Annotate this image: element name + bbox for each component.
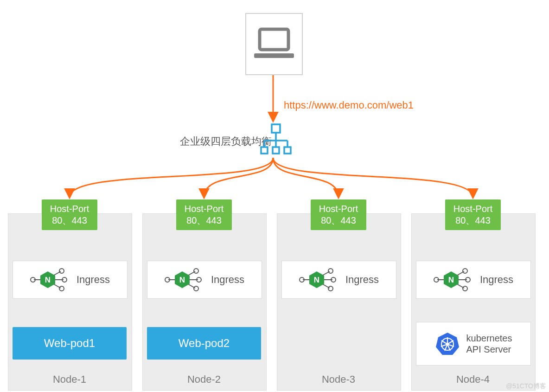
host-port-title: Host-Port [311,203,366,215]
svg-point-25 [59,286,64,291]
kubernetes-icon [435,331,460,356]
host-port-title: Host-Port [176,203,232,215]
ingress-card-1: N Ingress [13,261,128,299]
svg-point-23 [59,269,64,273]
node-label-3: Node-3 [277,373,400,386]
ingress-card-2: N Ingress [147,261,262,299]
web-pod-1: Web-pod1 [13,327,127,360]
ingress-label: Ingress [211,274,244,286]
request-url-label: https://www.demo.com/web1 [284,99,414,111]
node-container-3 [277,213,401,391]
svg-point-55 [463,286,467,291]
svg-point-33 [194,269,198,273]
host-port-title: Host-Port [445,203,501,215]
host-port-badge-4: Host-Port 80、443 [445,199,501,230]
ingress-label: Ingress [77,274,110,286]
svg-point-67 [446,343,448,346]
svg-rect-8 [254,53,294,58]
node-label-2: Node-2 [142,373,266,386]
client-box [245,13,303,75]
host-port-badge-1: Host-Port 80、443 [42,199,97,230]
svg-text:N: N [179,276,185,284]
node-container-2 [142,213,267,391]
k8s-api-text: kubernetes API Server [466,333,512,355]
watermark: @51CTO博客 [506,382,546,391]
laptop-icon [253,27,295,61]
svg-rect-9 [272,124,280,133]
host-port-ports: 80、443 [445,215,501,226]
svg-rect-17 [284,147,291,154]
k8s-line2: API Server [466,344,512,355]
diagram-stage: https://www.demo.com/web1 企业级四层负载均衡 Host… [0,0,549,392]
ingress-card-4: N Ingress [416,261,531,299]
svg-point-43 [328,269,333,273]
svg-text:N: N [448,276,454,284]
nginx-ingress-icon: N [165,267,204,293]
ingress-label: Ingress [480,274,513,286]
web-pod-2: Web-pod2 [147,327,261,360]
host-port-ports: 80、443 [311,215,366,226]
svg-rect-15 [261,147,268,154]
svg-point-53 [463,269,467,273]
svg-point-45 [328,286,333,291]
load-balancer-icon [260,123,292,156]
host-port-badge-3: Host-Port 80、443 [311,199,366,230]
host-port-title: Host-Port [42,203,97,215]
load-balancer-label: 企业级四层负载均衡 [180,135,272,148]
svg-rect-7 [260,29,288,50]
host-port-badge-2: Host-Port 80、443 [176,199,232,230]
svg-point-35 [194,286,198,291]
nginx-ingress-icon: N [434,267,473,293]
k8s-api-server-card: kubernetes API Server [416,322,531,366]
svg-rect-16 [273,147,279,154]
ingress-card-3: N Ingress [281,261,396,299]
node-container-1 [8,213,132,391]
ingress-label: Ingress [345,274,379,286]
nginx-ingress-icon: N [299,267,339,293]
k8s-line1: kubernetes [466,333,512,344]
host-port-ports: 80、443 [176,215,232,226]
svg-text:N: N [45,276,51,284]
nginx-ingress-icon: N [30,267,70,293]
svg-text:N: N [314,276,319,284]
host-port-ports: 80、443 [42,215,97,226]
node-label-1: Node-1 [8,373,131,386]
